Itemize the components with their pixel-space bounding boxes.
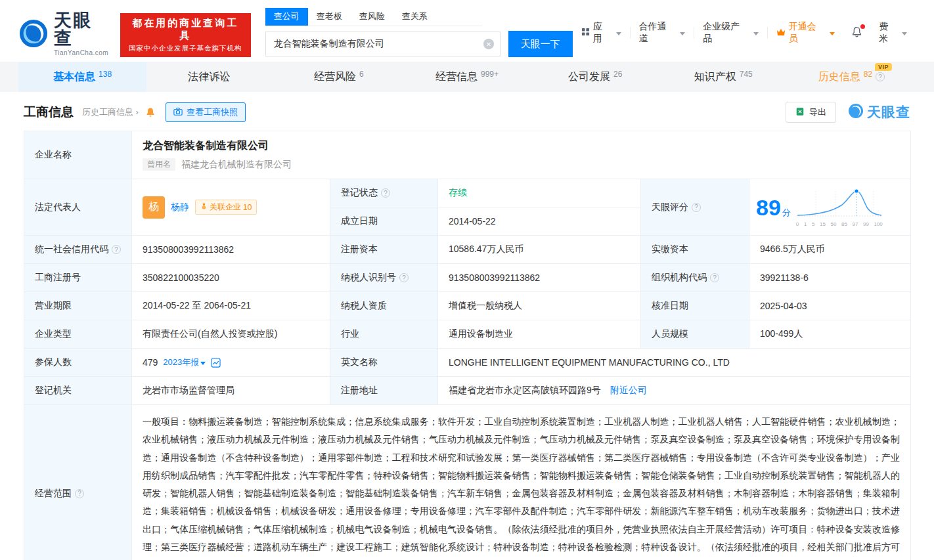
- snapshot-button[interactable]: 查看工商快照: [166, 102, 246, 122]
- score-value[interactable]: 89分 0151550859799100: [749, 179, 911, 236]
- english-name-value: LONGHE INTELLIGENT EQUIPMENT MANUFACTURI…: [438, 349, 911, 377]
- insured-count-label: 参保人数: [24, 349, 132, 377]
- legal-rep-link[interactable]: 杨静: [171, 202, 189, 213]
- search-tab-relation[interactable]: 查关系: [393, 8, 436, 26]
- score-tick: 50: [830, 221, 836, 227]
- business-term-value: 2014-05-22 至 2064-05-21: [132, 292, 330, 320]
- reg-authority-value: 龙岩市市场监督管理局: [132, 377, 330, 405]
- insured-trend-icon[interactable]: [211, 358, 221, 368]
- tianyancha-watermark: 天眼查: [848, 103, 910, 122]
- former-name-tag: 曾用名: [143, 158, 175, 171]
- export-button[interactable]: 导出: [786, 102, 836, 123]
- history-business-info-link[interactable]: 历史工商信息 ›: [82, 106, 139, 118]
- brand-domain: TianYanCha.com: [54, 49, 111, 56]
- legal-rep-value: 杨 杨静 关联企业 10: [132, 179, 330, 236]
- taxpayer-id-label: 纳税人识别号?: [330, 264, 438, 292]
- search-tab-risk[interactable]: 查风险: [351, 8, 393, 26]
- establish-date-label: 成立日期: [330, 207, 438, 236]
- camera-icon: [173, 107, 183, 118]
- nearby-companies-link[interactable]: 附近公司: [610, 385, 647, 395]
- business-term-label: 营业期限: [24, 292, 132, 320]
- help-icon[interactable]: ?: [381, 188, 390, 198]
- chevron-down-icon: [830, 32, 835, 38]
- company-name: 龙合智能装备制造有限公司: [143, 139, 900, 153]
- related-companies-tag[interactable]: 关联企业 10: [195, 200, 257, 215]
- score-tick: 100: [874, 221, 882, 227]
- company-name-label: 企业名称: [24, 131, 132, 179]
- menu-user[interactable]: 费米: [870, 27, 916, 39]
- brand-name: 天眼查: [54, 12, 111, 47]
- table-row: 法定代表人 杨 杨静 关联企业 10 登记状态?: [24, 179, 911, 207]
- tab-company-development[interactable]: 公司发展26: [531, 62, 659, 92]
- score-tick: 1: [804, 221, 807, 227]
- help-icon[interactable]: ?: [112, 245, 121, 254]
- status-badge: 存续: [449, 187, 467, 198]
- tab-intellectual-property[interactable]: 知识产权745: [659, 62, 788, 92]
- vip-badge: VIP: [875, 63, 892, 71]
- credit-code-value: 913508003992113862: [132, 236, 330, 264]
- industry-label: 行业: [330, 320, 438, 349]
- chevron-down-icon: [200, 362, 206, 368]
- table-row: 营业期限 2014-05-22 至 2064-05-21 纳税人资质 增值税一般…: [24, 292, 911, 320]
- table-row: 企业名称 龙合智能装备制造有限公司 曾用名 福建龙合机械制造有限公司: [24, 131, 911, 179]
- search-tab-company[interactable]: 查公司: [265, 8, 308, 26]
- section-title: 工商信息: [24, 104, 74, 121]
- help-icon[interactable]: ?: [692, 203, 701, 212]
- org-code-value: 39921138-6: [749, 264, 911, 292]
- tab-basic-info[interactable]: 基本信息138: [18, 62, 146, 92]
- chevron-down-icon: [753, 32, 759, 38]
- score-label: 天眼评分?: [641, 179, 749, 236]
- approval-date-label: 核准日期: [641, 292, 749, 320]
- insured-count-value: 479 2023年报: [132, 349, 330, 377]
- company-type-value: 有限责任公司(自然人投资或控股): [132, 320, 330, 349]
- legal-rep-avatar[interactable]: 杨: [143, 196, 165, 219]
- paid-capital-value: 9466.5万人民币: [749, 236, 911, 264]
- paid-capital-label: 实缴资本: [641, 236, 749, 264]
- score-tick: 85: [841, 221, 847, 227]
- score-distribution-chart: 0151550859799100: [796, 187, 883, 227]
- section-bar: 工商信息 历史工商信息 › 查看工商快照 导出 天眼查: [24, 102, 910, 123]
- help-icon[interactable]: ?: [399, 273, 409, 282]
- help-icon[interactable]: ?: [75, 489, 84, 498]
- tab-operating-risk[interactable]: 经营风险6: [275, 62, 403, 92]
- reg-address-value: 福建省龙岩市永定区高陂镇环园路9号 附近公司: [438, 377, 911, 405]
- chevron-down-icon: [902, 32, 907, 38]
- annual-report-link[interactable]: 2023年报: [163, 356, 206, 368]
- score-number: 89分: [756, 196, 791, 219]
- company-type-label: 企业类型: [24, 320, 132, 349]
- menu-enterprise[interactable]: 企业级产品: [694, 27, 768, 39]
- help-icon[interactable]: ?: [710, 273, 719, 282]
- tab-history-info[interactable]: VIP 历史信息82 ?: [788, 62, 916, 92]
- slogan-banner: 都在用的商业查询工具 国家中小企业发展子基金旗下机构: [120, 13, 251, 57]
- search-input[interactable]: [265, 32, 500, 56]
- score-tick: 99: [863, 221, 869, 227]
- notification-bell[interactable]: [843, 26, 870, 39]
- industry-value: 通用设备制造业: [438, 320, 641, 349]
- tianyancha-logo-icon: [18, 18, 49, 51]
- table-row: 参保人数 479 2023年报 英文名称 LONGHE INTELLIGENT …: [24, 349, 911, 377]
- tab-business-info[interactable]: 经营信息999+: [403, 62, 531, 92]
- menu-partner[interactable]: 合作通道: [631, 27, 695, 39]
- tianyancha-logo[interactable]: 天眼查 TianYanCha.com: [18, 12, 111, 56]
- clear-icon[interactable]: ✕: [483, 39, 494, 49]
- reg-capital-value: 10586.47万人民币: [438, 236, 641, 264]
- menu-user-label: 费米: [879, 21, 897, 45]
- former-name: 福建龙合机械制造有限公司: [181, 159, 292, 171]
- medal-icon: [200, 203, 208, 212]
- search-button[interactable]: 天眼一下: [508, 31, 573, 57]
- score-tick: 5: [812, 221, 814, 227]
- notification-dot: [860, 24, 865, 29]
- reg-status-value: 存续: [438, 179, 641, 207]
- legal-rep-label: 法定代表人: [24, 179, 132, 236]
- menu-vip[interactable]: 开通会员: [768, 27, 844, 39]
- table-row: 登记机关 龙岩市市场监督管理局 注册地址 福建省龙岩市永定区高陂镇环园路9号 附…: [24, 377, 911, 405]
- tab-legal-litigation[interactable]: 法律诉讼: [146, 62, 275, 92]
- top-header: 天眼查 TianYanCha.com 都在用的商业查询工具 国家中小企业发展子基…: [0, 0, 934, 58]
- search-tab-boss[interactable]: 查老板: [308, 8, 351, 26]
- menu-vip-label: 开通会员: [789, 21, 826, 45]
- help-icon[interactable]: ?: [876, 72, 885, 81]
- menu-apps-label: 应用: [593, 21, 612, 45]
- company-nav-tabs: 基本信息138 法律诉讼 经营风险6 经营信息999+ 公司发展26 知识产权7…: [0, 62, 934, 92]
- menu-apps[interactable]: 应用: [573, 27, 631, 39]
- subscribe-bell-icon[interactable]: [145, 107, 156, 118]
